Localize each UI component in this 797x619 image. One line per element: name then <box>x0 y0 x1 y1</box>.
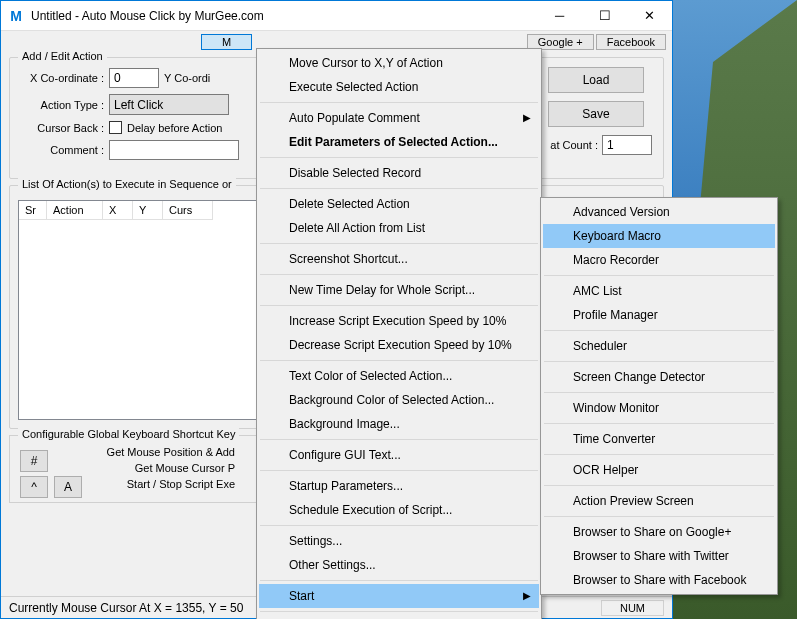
main-menu-separator <box>260 580 538 581</box>
col-x[interactable]: X <box>103 201 133 220</box>
col-cursor[interactable]: Curs <box>163 201 213 220</box>
start-submenu-separator <box>544 330 774 331</box>
main-menu-item-13[interactable]: New Time Delay for Whole Script... <box>259 278 539 302</box>
start-submenu-separator <box>544 454 774 455</box>
main-menu-separator <box>260 102 538 103</box>
status-cursor-pos: Currently Mouse Cursor At X = 1355, Y = … <box>9 601 243 615</box>
start-submenu-item-21[interactable]: Browser to Share with Facebook <box>543 568 775 592</box>
main-menu-separator <box>260 157 538 158</box>
main-menu-item-28[interactable]: Other Settings... <box>259 553 539 577</box>
main-menu-separator <box>260 360 538 361</box>
comment-input[interactable] <box>109 140 239 160</box>
start-submenu-separator <box>544 275 774 276</box>
main-menu-separator <box>260 611 538 612</box>
delay-label: Delay before Action <box>127 122 222 134</box>
save-button[interactable]: Save <box>548 101 644 127</box>
main-menu-item-6[interactable]: Disable Selected Record <box>259 161 539 185</box>
start-submenu-separator <box>544 392 774 393</box>
main-menu-item-16[interactable]: Decrease Script Execution Speed by 10% <box>259 333 539 357</box>
y-coord-label: Y Co-ordi <box>164 72 218 84</box>
hash-button[interactable]: # <box>20 450 48 472</box>
start-submenu-item-15[interactable]: OCR Helper <box>543 458 775 482</box>
submenu-arrow-icon: ▶ <box>523 590 531 601</box>
repeat-count-label: at Count : <box>548 139 598 151</box>
main-menu-item-32[interactable]: View Script Execution Info... <box>259 615 539 619</box>
action-type-select[interactable]: Left Click <box>109 94 229 115</box>
start-submenu-item-5[interactable]: Profile Manager <box>543 303 775 327</box>
right-column: Load Save at Count : <box>548 67 658 155</box>
main-menu-item-11[interactable]: Screenshot Shortcut... <box>259 247 539 271</box>
start-submenu-item-17[interactable]: Action Preview Screen <box>543 489 775 513</box>
start-submenu-item-2[interactable]: Macro Recorder <box>543 248 775 272</box>
main-menu-item-8[interactable]: Delete Selected Action <box>259 192 539 216</box>
submenu-arrow-icon: ▶ <box>523 112 531 123</box>
main-menu-separator <box>260 274 538 275</box>
main-menu-item-15[interactable]: Increase Script Execution Speed by 10% <box>259 309 539 333</box>
main-menu-separator <box>260 439 538 440</box>
cfg-row2-label: Get Mouse Cursor P <box>135 462 235 474</box>
start-submenu-separator <box>544 361 774 362</box>
app-icon: M <box>7 7 25 25</box>
cursor-back-checkbox[interactable] <box>109 121 122 134</box>
col-sr[interactable]: Sr <box>19 201 47 220</box>
start-submenu-item-1[interactable]: Keyboard Macro <box>543 224 775 248</box>
add-edit-group-title: Add / Edit Action <box>18 50 107 62</box>
start-submenu-separator <box>544 516 774 517</box>
main-menu-item-25[interactable]: Schedule Execution of Script... <box>259 498 539 522</box>
x-coord-input[interactable] <box>109 68 159 88</box>
col-action[interactable]: Action <box>47 201 103 220</box>
main-menu-separator <box>260 525 538 526</box>
main-menu-item-19[interactable]: Background Color of Selected Action... <box>259 388 539 412</box>
cfg-row3-label: Start / Stop Script Exe <box>127 478 235 490</box>
main-menu-item-3[interactable]: Auto Populate Comment▶ <box>259 106 539 130</box>
start-submenu-item-9[interactable]: Screen Change Detector <box>543 365 775 389</box>
top-button-active[interactable]: M <box>201 34 252 50</box>
x-coord-label: X Co-ordinate : <box>18 72 104 84</box>
repeat-count-input[interactable] <box>602 135 652 155</box>
action-type-value: Left Click <box>114 98 163 112</box>
comment-label: Comment : <box>18 144 104 156</box>
main-menu-item-27[interactable]: Settings... <box>259 529 539 553</box>
main-menu-separator <box>260 188 538 189</box>
action-list-title: List Of Action(s) to Execute in Sequence… <box>18 178 236 190</box>
main-menu-separator <box>260 470 538 471</box>
minimize-button[interactable]: ─ <box>537 1 582 31</box>
a-button[interactable]: A <box>54 476 82 498</box>
shortcut-group-title: Configurable Global Keyboard Shortcut Ke… <box>18 428 239 440</box>
main-menu-separator <box>260 305 538 306</box>
main-menu-separator <box>260 243 538 244</box>
main-menu-item-1[interactable]: Execute Selected Action <box>259 75 539 99</box>
action-type-label: Action Type : <box>18 99 104 111</box>
start-submenu-item-20[interactable]: Browser to Share with Twitter <box>543 544 775 568</box>
start-submenu-item-7[interactable]: Scheduler <box>543 334 775 358</box>
main-menu-item-0[interactable]: Move Cursor to X,Y of Action <box>259 51 539 75</box>
start-submenu-item-4[interactable]: AMC List <box>543 279 775 303</box>
window-title: Untitled - Auto Mouse Click by MurGee.co… <box>31 9 537 23</box>
start-submenu-separator <box>544 423 774 424</box>
titlebar[interactable]: M Untitled - Auto Mouse Click by MurGee.… <box>1 1 672 31</box>
main-menu-item-22[interactable]: Configure GUI Text... <box>259 443 539 467</box>
caret-button[interactable]: ^ <box>20 476 48 498</box>
main-menu-item-24[interactable]: Startup Parameters... <box>259 474 539 498</box>
start-submenu-item-13[interactable]: Time Converter <box>543 427 775 451</box>
maximize-button[interactable]: ☐ <box>582 1 627 31</box>
cursor-back-label: Cursor Back : <box>18 122 104 134</box>
main-menu-item-30[interactable]: Start▶ <box>259 584 539 608</box>
start-submenu-separator <box>544 485 774 486</box>
start-submenu-item-0[interactable]: Advanced Version <box>543 200 775 224</box>
main-menu-item-18[interactable]: Text Color of Selected Action... <box>259 364 539 388</box>
context-menu-start-submenu[interactable]: Advanced VersionKeyboard MacroMacro Reco… <box>540 197 778 595</box>
context-menu-main[interactable]: Move Cursor to X,Y of ActionExecute Sele… <box>256 48 542 619</box>
start-submenu-item-19[interactable]: Browser to Share on Google+ <box>543 520 775 544</box>
main-menu-item-4[interactable]: Edit Parameters of Selected Action... <box>259 130 539 154</box>
main-menu-item-9[interactable]: Delete All Action from List <box>259 216 539 240</box>
col-y[interactable]: Y <box>133 201 163 220</box>
status-num: NUM <box>601 600 664 616</box>
close-button[interactable]: ✕ <box>627 1 672 31</box>
cfg-row1-label: Get Mouse Position & Add <box>107 446 235 458</box>
start-submenu-item-11[interactable]: Window Monitor <box>543 396 775 420</box>
main-menu-item-20[interactable]: Background Image... <box>259 412 539 436</box>
top-button-facebook[interactable]: Facebook <box>596 34 666 50</box>
load-button[interactable]: Load <box>548 67 644 93</box>
